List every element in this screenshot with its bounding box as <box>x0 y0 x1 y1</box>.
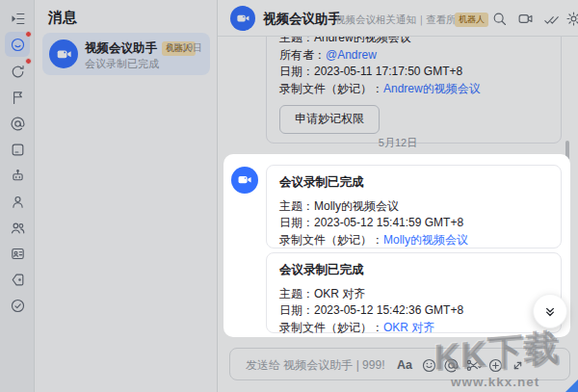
bot-badge: 机器人 <box>455 13 488 27</box>
meeting-topic-line: 主题：Molly的视频会议 <box>279 198 548 216</box>
rail-item-groups[interactable] <box>5 215 30 240</box>
app-window: 消息 视频会议助手机器人 5月19日 会议录制已完成 主题：Andrew的视频会… <box>0 0 578 392</box>
rail-item-flag[interactable] <box>5 85 30 110</box>
message-input[interactable]: 发送给 视频会议助手 | 999! Aa <box>229 348 570 380</box>
rail-item-contacts[interactable] <box>5 189 30 214</box>
input-placeholder: 发送给 视频会议助手 | 999! <box>246 357 384 374</box>
meeting-record-card: 会议录制已完成 主题：OKR 对齐 日期：2023-05-12 15:42:36… <box>266 252 562 333</box>
meeting-date-line: 日期：2023-05-11 17:17:50 GMT+8 <box>279 64 548 81</box>
screenshot-scissors-icon[interactable] <box>464 356 482 374</box>
highlight-panel: 会议录制已完成 主题：Molly的视频会议 日期：2023-05-12 15:4… <box>223 154 570 337</box>
unread-badge <box>25 58 32 65</box>
meeting-file-line: 录制文件（妙记）：Molly的视频会议 <box>279 232 548 249</box>
chat-subtitle: 视频会议相关通知｜查看所有妙... <box>335 13 455 27</box>
meeting-date-line: 日期：2023-05-12 15:41:59 GMT+8 <box>279 215 548 232</box>
corner-triangle <box>565 379 578 392</box>
plus-circle-icon[interactable] <box>486 356 504 374</box>
rail-item-profile-card[interactable] <box>5 241 30 266</box>
chat-title: 视频会议助手 <box>263 11 341 28</box>
settings-gear-icon[interactable] <box>565 11 578 27</box>
minutes-file-link[interactable]: OKR 对齐 <box>383 321 434 334</box>
search-icon[interactable] <box>491 11 508 27</box>
meeting-topic-line: 主题：OKR 对齐 <box>279 286 548 303</box>
rail-item-refresh[interactable] <box>5 59 30 84</box>
card-title: 会议录制已完成 <box>279 262 548 279</box>
rail-item-helpdesk[interactable] <box>5 163 30 188</box>
chat-header: 视频会议助手 视频会议相关通知｜查看所有妙... 机器人 <box>218 0 578 37</box>
rail-item-mention[interactable] <box>5 111 30 136</box>
meeting-date-line: 日期：2023-05-12 15:42:36 GMT+8 <box>279 302 548 320</box>
double-check-icon[interactable] <box>542 11 559 27</box>
scroll-to-bottom-button[interactable] <box>533 294 567 328</box>
meeting-record-card: 会议录制已完成 主题：Molly的视频会议 日期：2023-05-12 15:4… <box>266 165 562 248</box>
conversation-list: 消息 视频会议助手机器人 5月19日 会议录制已完成 <box>35 0 218 392</box>
request-minutes-permission-button[interactable]: 申请妙记权限 <box>279 105 380 134</box>
rail-item-memo[interactable] <box>5 137 30 162</box>
messages-panel-title: 消息 <box>48 9 77 27</box>
conversation-item-meeting-assistant[interactable]: 视频会议助手机器人 5月19日 会议录制已完成 <box>42 33 210 75</box>
conversation-preview: 会议录制已完成 <box>85 57 159 71</box>
unread-badge <box>25 31 32 38</box>
card-title: 会议录制已完成 <box>279 174 548 192</box>
meeting-owner-line: 所有者：@Andrew <box>279 47 548 65</box>
meeting-file-line: 录制文件（妙记）：Andrew的视频会议 <box>279 81 548 98</box>
message-card-partial: 主题：Andrew的视频会议 所有者：@Andrew 日期：2023-05-11… <box>266 20 562 144</box>
date-divider: 5月12日 <box>218 136 578 150</box>
sidebar-collapse-icon[interactable] <box>5 6 30 31</box>
expand-icon[interactable] <box>509 356 526 374</box>
nav-rail <box>0 0 35 392</box>
rail-item-tasks[interactable] <box>5 293 30 318</box>
mention-icon[interactable] <box>442 356 460 374</box>
minutes-file-link[interactable]: Molly的视频会议 <box>383 233 468 247</box>
meeting-file-line: 录制文件（妙记）：OKR 对齐 <box>279 320 548 337</box>
video-assistant-avatar <box>49 39 78 68</box>
video-call-icon[interactable] <box>517 11 534 27</box>
minutes-file-link[interactable]: Andrew的视频会议 <box>383 82 481 95</box>
video-assistant-avatar <box>231 167 258 194</box>
emoji-icon[interactable] <box>420 356 437 374</box>
rail-item-bookmark[interactable] <box>5 267 30 292</box>
font-format-icon[interactable]: Aa <box>396 356 413 374</box>
owner-link[interactable]: @Andrew <box>326 48 377 62</box>
video-assistant-avatar <box>230 6 255 31</box>
rail-item-messages[interactable] <box>5 32 30 57</box>
conversation-date: 5月19日 <box>167 41 202 55</box>
